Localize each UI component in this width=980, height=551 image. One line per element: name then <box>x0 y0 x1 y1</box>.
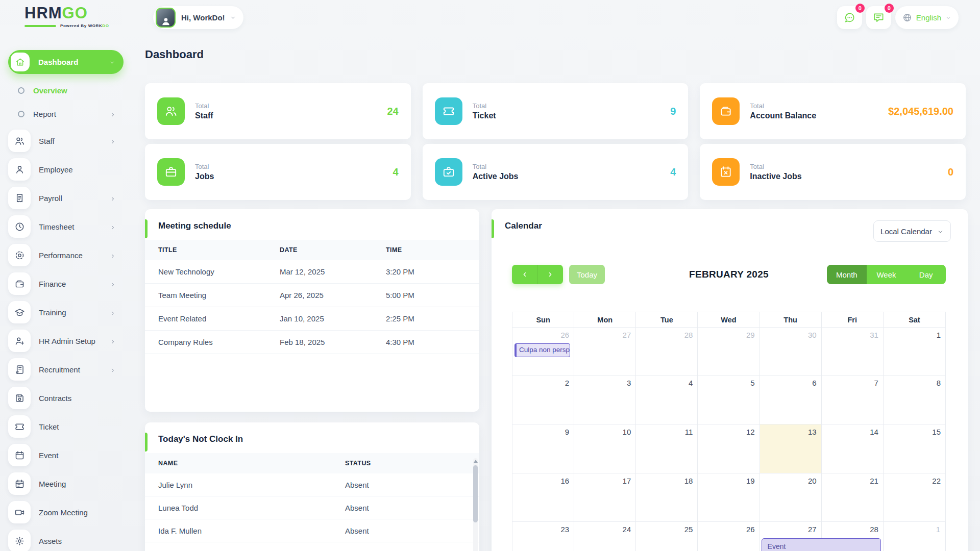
calendar-day[interactable]: 11 <box>636 424 698 473</box>
calendar-day[interactable]: 9 <box>512 424 574 473</box>
messages-button[interactable]: 0 <box>837 6 862 29</box>
calendar-day[interactable]: 6 <box>760 375 822 424</box>
calendar-day[interactable]: 23 <box>512 522 574 551</box>
stat-label: Jobs <box>195 172 214 181</box>
calendar-event[interactable]: Culpa non persp <box>514 343 570 357</box>
calendar-day[interactable]: 28 <box>636 328 698 375</box>
scroll-up-arrow[interactable] <box>474 460 478 463</box>
calendar-week-row: 16171819202122 <box>512 473 945 522</box>
day-number: 18 <box>684 477 693 485</box>
sidebar-item-label: Zoom Meeting <box>39 508 88 517</box>
sidebar-item-finance[interactable]: Finance <box>8 269 124 298</box>
sidebar-item-label: Report <box>33 110 56 118</box>
stat-value: 4 <box>393 166 399 178</box>
calendar-day[interactable]: 5 <box>698 375 760 424</box>
calendar-day[interactable]: 2 <box>512 375 574 424</box>
user-menu[interactable]: Hi, WorkDo! <box>153 6 243 29</box>
sidebar-item-event[interactable]: Event <box>8 441 124 469</box>
calendar-day[interactable]: 26Culpa non persp <box>512 328 574 375</box>
calendar-day[interactable]: 15 <box>884 424 945 473</box>
calendar-day[interactable]: 24 <box>574 522 636 551</box>
sidebar-item-recruitment[interactable]: Recruitment <box>8 355 124 384</box>
day-number: 13 <box>808 428 817 436</box>
sidebar-item-report[interactable]: Report <box>8 102 124 126</box>
calendar-day[interactable]: 1 <box>884 328 945 375</box>
sidebar-item-dashboard[interactable]: Dashboard <box>8 50 124 74</box>
sidebar-item-assets[interactable]: Assets <box>8 527 124 551</box>
day-number: 28 <box>870 525 878 534</box>
calendar-day[interactable]: 26 <box>698 522 760 551</box>
stat-card-active-jobs: TotalActive Jobs4 <box>423 144 689 200</box>
chevron-right-icon <box>110 223 116 230</box>
calendar-day[interactable]: 27 <box>574 328 636 375</box>
calendar-icon <box>8 444 31 466</box>
calendar-day[interactable]: 25 <box>636 522 698 551</box>
day-number: 7 <box>874 379 878 387</box>
calendar-source-select[interactable]: Local Calendar <box>873 220 951 242</box>
panel-title: Today's Not Clock In <box>158 434 466 444</box>
day-header: Sat <box>884 312 945 327</box>
sidebar-item-training[interactable]: Training <box>8 298 124 327</box>
table-cell: Absent <box>345 519 479 542</box>
calendar-day[interactable]: 3 <box>574 375 636 424</box>
sidebar-item-performance[interactable]: Performance <box>8 241 124 269</box>
calendar-day[interactable]: 21 <box>822 473 884 522</box>
day-number: 19 <box>746 477 755 485</box>
user-plus-icon <box>8 330 31 352</box>
sidebar-item-payroll[interactable]: Payroll <box>8 184 124 212</box>
stat-label-top: Total <box>195 102 213 110</box>
table-cell: 2:25 PM <box>386 307 479 331</box>
sidebar-item-label: Recruitment <box>39 365 80 374</box>
sidebar-item-label: Employee <box>39 165 73 174</box>
day-header: Fri <box>822 312 884 327</box>
calendar-day[interactable]: 10 <box>574 424 636 473</box>
notifications-button[interactable]: 0 <box>866 6 891 29</box>
calendar-day[interactable]: 31 <box>822 328 884 375</box>
calendar-day[interactable]: 4 <box>636 375 698 424</box>
sidebar-item-hr-admin-setup[interactable]: HR Admin Setup <box>8 327 124 355</box>
table-cell: Feb 18, 2025 <box>280 331 386 354</box>
language-selector[interactable]: English <box>895 6 959 29</box>
sidebar-item-zoom-meeting[interactable]: Zoom Meeting <box>8 498 124 527</box>
calendar-day[interactable]: 17 <box>574 473 636 522</box>
bullet-icon <box>18 111 24 117</box>
calendar-day[interactable]: 7 <box>822 375 884 424</box>
calendar-day-today[interactable]: 13 <box>760 424 822 473</box>
day-number: 22 <box>932 477 941 485</box>
sidebar-item-meeting[interactable]: Meeting <box>8 469 124 498</box>
calendar-grid: SunMonTueWedThuFriSat 26Culpa non persp2… <box>512 312 946 551</box>
day-number: 8 <box>937 379 941 387</box>
scrollbar-thumb[interactable] <box>473 465 478 522</box>
calendar-day[interactable]: 30 <box>760 328 822 375</box>
calendar-day[interactable]: 22 <box>884 473 945 522</box>
stat-value: 4 <box>670 166 676 178</box>
calendar-day[interactable]: 20 <box>760 473 822 522</box>
dashboard-submenu: OverviewReport <box>8 79 124 126</box>
chevron-right-icon <box>110 281 116 287</box>
calendar-day[interactable]: 16 <box>512 473 574 522</box>
calendar-event[interactable]: Event <box>762 538 881 551</box>
calendar-day[interactable]: 14 <box>822 424 884 473</box>
chevron-right-icon <box>110 252 116 258</box>
calendar-day[interactable]: 18 <box>636 473 698 522</box>
notifications-badge: 0 <box>885 4 894 13</box>
sidebar-item-employee[interactable]: Employee <box>8 155 124 184</box>
sidebar-item-contracts[interactable]: Contracts <box>8 384 124 412</box>
calendar-day[interactable]: 12 <box>698 424 760 473</box>
stat-label: Active Jobs <box>473 172 519 181</box>
chevron-right-icon <box>110 111 116 117</box>
day-number: 25 <box>684 525 693 534</box>
stat-label: Staff <box>195 111 213 120</box>
sidebar-item-timesheet[interactable]: Timesheet <box>8 212 124 241</box>
calendar-day[interactable]: 1 <box>884 522 945 551</box>
table-cell: Apr 26, 2025 <box>280 284 386 307</box>
sidebar-item-ticket[interactable]: Ticket <box>8 412 124 441</box>
scrollbar[interactable] <box>473 458 478 551</box>
sidebar-item-staff[interactable]: Staff <box>8 127 124 155</box>
sidebar-item-overview[interactable]: Overview <box>8 79 124 102</box>
stat-label-top: Total <box>750 163 801 170</box>
logo-text: HRMGO <box>24 5 132 21</box>
calendar-day[interactable]: 8 <box>884 375 945 424</box>
calendar-day[interactable]: 19 <box>698 473 760 522</box>
calendar-day[interactable]: 29 <box>698 328 760 375</box>
